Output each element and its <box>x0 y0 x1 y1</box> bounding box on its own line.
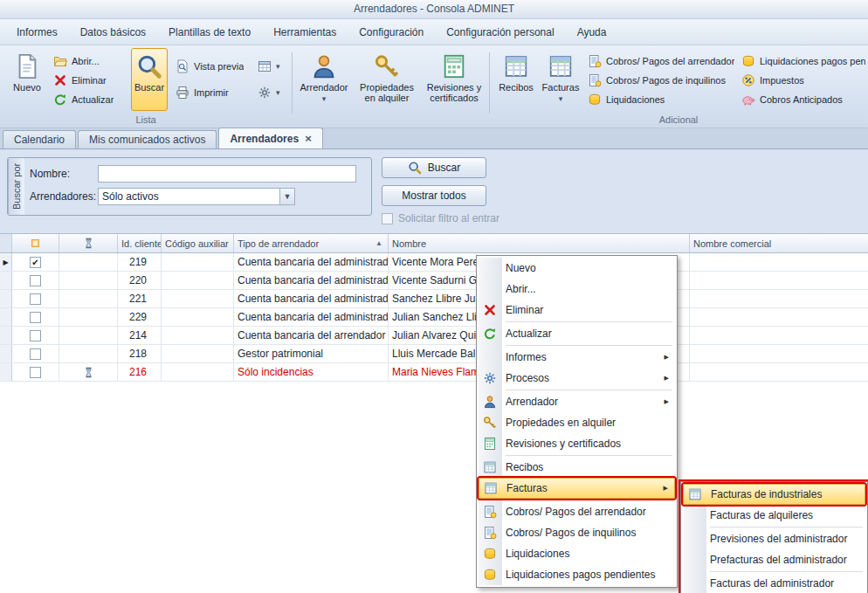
cobros-pagos-inquilinos-button[interactable]: Cobros/ Pagos de inquilinos <box>585 71 737 89</box>
table-row[interactable]: ▶✔219Cuenta bancaria del administradorVi… <box>0 253 868 272</box>
row-checkbox-cell[interactable] <box>12 272 59 289</box>
liquidaciones-button[interactable]: Liquidaciones <box>585 90 737 108</box>
table-row[interactable]: 216Sólo incidenciasMaria Nieves Flamer <box>0 363 868 382</box>
context-menu-item-eliminar[interactable]: Eliminar <box>479 300 675 321</box>
menu-item-label: Cobros/ Pagos de inquilinos <box>499 527 672 539</box>
menubar-item-configuracion[interactable]: Configuración <box>348 22 435 43</box>
buscar-button[interactable]: Buscar <box>382 157 486 178</box>
row-checkbox[interactable] <box>30 293 41 305</box>
tab-close-icon[interactable]: × <box>305 134 312 143</box>
context-menu-item-cobros-pagos-del-arrendador[interactable]: Cobros/ Pagos del arrendador <box>479 501 675 522</box>
column-header-tipo-arrendador[interactable]: Tipo de arrendador ▲ <box>234 234 389 252</box>
arrendadores-select[interactable]: Sólo activos ▼ <box>98 188 295 205</box>
abrir-button[interactable]: Abrir... <box>51 52 131 70</box>
key-icon <box>481 416 499 430</box>
facturas-button[interactable]: Facturas ▾ <box>540 48 582 111</box>
menubar-item-ayuda[interactable]: Ayuda <box>566 22 618 43</box>
cell-codigo-auxiliar <box>162 327 234 344</box>
revisiones-certificados-button[interactable]: Revisiones y certificados <box>423 48 486 111</box>
context-menu-item-abrir[interactable]: Abrir... <box>479 279 675 300</box>
context-menu-item-actualizar[interactable]: Actualizar <box>479 323 675 344</box>
context-menu-item-cobros-pagos-de-inquilinos[interactable]: Cobros/ Pagos de inquilinos <box>479 522 675 543</box>
table-row[interactable]: 220Cuenta bancaria del administradorVice… <box>0 272 868 290</box>
context-menu-item-arrendador[interactable]: Arrendador▶ <box>479 391 675 412</box>
row-checkbox-cell[interactable] <box>12 290 59 307</box>
context-menu-item-recibos[interactable]: Recibos <box>479 457 675 478</box>
menubar-item-datos-basicos[interactable]: Datos básicos <box>69 22 157 43</box>
solicitar-filtro-checkbox[interactable] <box>382 213 393 224</box>
table-row[interactable]: 218Gestor patrimonialLluis Mercade Balle… <box>0 345 868 363</box>
vista-previa-button[interactable]: Vista previa <box>173 57 250 75</box>
tab-calendario[interactable]: Calendario <box>3 130 76 148</box>
menubar-item-informes[interactable]: Informes <box>5 22 69 43</box>
menu-separator <box>506 321 672 322</box>
cobros-pagos-arrendador-button[interactable]: Cobros/ Pagos del arrendador <box>585 52 737 70</box>
nuevo-button[interactable]: Nuevo <box>7 48 47 111</box>
menu-item-label: Revisiones y certificados <box>499 438 672 450</box>
menubar-item-herramientas[interactable]: Herramientas <box>262 22 348 43</box>
liquidaciones-pagos-pendientes-button[interactable]: Liquidaciones pagos pendientes <box>739 52 868 70</box>
receipt-document-icon <box>503 53 529 79</box>
submenu-item-facturas-de-alquileres[interactable]: Facturas de alquileres <box>683 505 865 526</box>
menubar-item-plantillas-de-texto[interactable]: Plantillas de texto <box>157 22 262 43</box>
context-menu-item-facturas[interactable]: Facturas▶ <box>479 478 675 499</box>
eliminar-button[interactable]: Eliminar <box>51 71 131 89</box>
column-header-id-cliente[interactable]: Id. cliente <box>118 234 162 252</box>
context-menu-item-nuevo[interactable]: Nuevo <box>479 258 675 279</box>
row-checkbox[interactable] <box>30 348 41 360</box>
column-header-nombre-comercial[interactable]: Nombre comercial <box>690 234 868 252</box>
submenu-item-facturas-de-industriales[interactable]: Facturas de industriales <box>683 484 865 505</box>
column-header-nombre[interactable]: Nombre <box>389 234 690 252</box>
column-header-select[interactable] <box>12 234 59 252</box>
column-header-codigo-auxiliar[interactable]: Código auxiliar <box>162 234 234 252</box>
table-row[interactable]: 229Cuenta bancaria del administradorJuli… <box>0 308 868 327</box>
row-checkbox-cell[interactable] <box>12 327 59 344</box>
tab-arrendadores[interactable]: Arrendadores× <box>218 128 322 148</box>
select-all-icon <box>30 238 41 249</box>
menubar-item-configuracion-personal[interactable]: Configuración personal <box>435 22 565 43</box>
context-menu-item-procesos[interactable]: Procesos▶ <box>479 368 675 389</box>
submenu-item-prefacturas-del-administrador[interactable]: Prefacturas del administrador <box>683 549 865 570</box>
submenu-item-facturas-del-administrador[interactable]: Facturas del administrador <box>683 573 865 593</box>
arrendador-button[interactable]: Arrendador ▾ <box>299 48 349 111</box>
row-checkbox[interactable] <box>30 330 41 341</box>
impuestos-button[interactable]: Impuestos <box>739 71 868 89</box>
row-indicator <box>0 345 12 362</box>
row-checkbox-cell[interactable]: ✔ <box>12 253 59 271</box>
row-checkbox-cell[interactable] <box>12 308 59 326</box>
row-checkbox[interactable] <box>30 312 41 323</box>
propiedades-en-alquiler-button[interactable]: Propiedades en alquiler <box>353 48 421 111</box>
context-menu-item-liquidaciones-pagos-pendientes[interactable]: Liquidaciones pagos pendientes <box>479 564 675 585</box>
imprimir-button[interactable]: Imprimir <box>173 83 250 101</box>
buscar-por-vertical-tab[interactable]: Buscar por <box>8 158 24 215</box>
buscar-button-ribbon[interactable]: Buscar <box>131 48 168 111</box>
list-view-dropdown[interactable]: ▾ <box>255 57 286 75</box>
actualizar-button[interactable]: Actualizar <box>51 90 131 108</box>
tab-mis-comunicados-activos[interactable]: Mis comunicados activos <box>78 130 217 148</box>
cell-codigo-auxiliar <box>162 363 234 381</box>
row-checkbox[interactable] <box>30 367 41 378</box>
row-checkbox[interactable] <box>30 275 41 286</box>
table-row[interactable]: 214Cuenta bancaria del arrendadorJulian … <box>0 327 868 345</box>
row-checkbox[interactable]: ✔ <box>30 257 41 268</box>
table-row[interactable]: 221Cuenta bancaria del administradorSanc… <box>0 290 868 308</box>
column-header-status[interactable] <box>59 234 118 252</box>
submenu-item-previsiones-del-administrador[interactable]: Previsiones del administrador <box>683 528 865 549</box>
settings-dropdown[interactable]: ▾ <box>255 83 286 101</box>
row-checkbox-cell[interactable] <box>12 345 59 362</box>
calc-icon <box>481 437 499 451</box>
context-menu-item-liquidaciones[interactable]: Liquidaciones <box>479 543 675 564</box>
context-menu-item-propiedades-en-alquiler[interactable]: Propiedades en alquiler <box>479 412 675 433</box>
context-menu-item-informes[interactable]: Informes▶ <box>479 347 675 368</box>
printer-icon <box>176 86 189 100</box>
row-checkbox-cell[interactable] <box>12 363 59 381</box>
titlebar[interactable]: Arrendadores - Consola ADMINET <box>0 0 868 19</box>
row-indicator <box>0 363 12 381</box>
recibos-button[interactable]: Recibos <box>496 48 536 111</box>
nombre-input[interactable] <box>98 165 356 183</box>
dropdown-arrow-icon[interactable]: ▼ <box>279 189 294 204</box>
cobros-anticipados-button[interactable]: Cobros Anticipados <box>739 90 868 108</box>
row-status-cell <box>59 363 118 381</box>
context-menu-item-revisiones-y-certificados[interactable]: Revisiones y certificados <box>479 433 675 454</box>
mostrar-todos-button[interactable]: Mostrar todos <box>382 185 486 206</box>
